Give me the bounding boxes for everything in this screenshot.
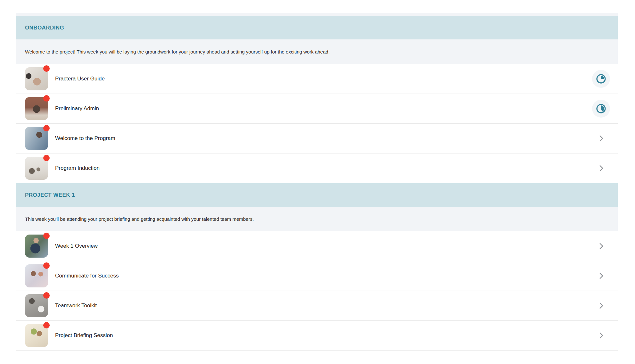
section-description-project-week-1: This week you'll be attending your proje… [16,207,618,231]
item-label: Teamwork Toolkit [55,302,97,309]
section-header-onboarding: ONBOARDING [16,16,618,39]
section-description-text: This week you'll be attending your proje… [25,216,254,222]
section-header-project-week-1: PROJECT WEEK 1 [16,183,618,207]
item-label: Preliminary Admin [55,105,99,112]
item-label: Communicate for Success [55,273,119,279]
item-label: Welcome to the Program [55,135,115,142]
section-title: PROJECT WEEK 1 [25,192,75,198]
progress-pie-icon [592,100,610,118]
list-item-project-briefing-session[interactable]: Project Briefing Session [16,321,618,351]
notification-dot [43,95,50,102]
notification-dot [43,292,50,299]
activity-list-page: ONBOARDING Welcome to the project! This … [0,0,635,364]
item-thumbnail [25,264,48,287]
item-thumbnail [25,235,48,258]
item-thumbnail [25,127,48,150]
list-item-program-induction[interactable]: Program Induction [16,153,618,183]
chevron-right-icon [592,237,610,255]
item-label: Project Briefing Session [55,332,113,339]
card-top-strip [16,13,618,16]
notification-dot [43,155,50,161]
list-item-teamwork-toolkit[interactable]: Teamwork Toolkit [16,291,618,321]
item-label: Program Induction [55,165,100,171]
section-title: ONBOARDING [25,25,64,31]
activity-card: ONBOARDING Welcome to the project! This … [16,13,618,351]
list-item-week-1-overview[interactable]: Week 1 Overview [16,231,618,261]
chevron-right-icon [592,267,610,285]
chevron-right-icon [592,297,610,315]
notification-dot [43,262,50,269]
item-label: Week 1 Overview [55,243,98,249]
list-item-welcome-to-the-program[interactable]: Welcome to the Program [16,124,618,153]
notification-dot [43,125,50,131]
list-item-practera-user-guide[interactable]: Practera User Guide [16,64,618,94]
list-item-preliminary-admin[interactable]: Preliminary Admin [16,94,618,124]
notification-dot [43,233,50,239]
section-description-onboarding: Welcome to the project! This week you wi… [16,39,618,64]
chevron-right-icon [592,129,610,147]
progress-pie-icon [592,70,610,88]
item-thumbnail [25,294,48,317]
notification-dot [43,65,50,72]
chevron-right-icon [592,327,610,344]
item-thumbnail [25,157,48,180]
section-description-text: Welcome to the project! This week you wi… [25,49,330,54]
item-thumbnail [25,67,48,90]
item-thumbnail [25,97,48,120]
item-label: Practera User Guide [55,76,105,82]
item-thumbnail [25,324,48,347]
notification-dot [43,322,50,328]
list-item-communicate-for-success[interactable]: Communicate for Success [16,261,618,291]
chevron-right-icon [592,159,610,177]
